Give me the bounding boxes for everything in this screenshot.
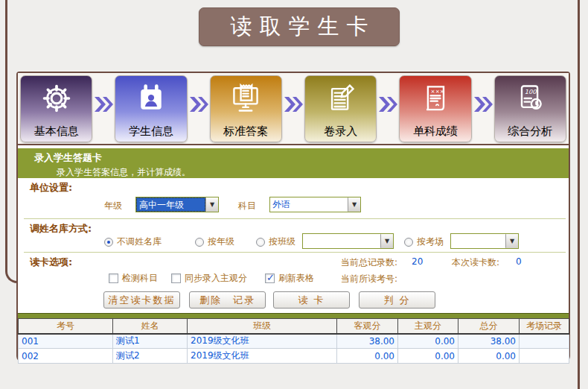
- grade-label: 年级: [104, 200, 122, 212]
- radio-icon[interactable]: [256, 238, 265, 247]
- left-frame-line: [5, 0, 17, 283]
- step-student-info[interactable]: 学生信息: [115, 75, 187, 142]
- table-row[interactable]: 001 测试1 2019级文化班 38.00 0.00 38.00: [19, 334, 569, 349]
- col-total-score[interactable]: 总分: [458, 319, 520, 334]
- col-objective-score[interactable]: 客观分: [337, 319, 398, 334]
- cell-class[interactable]: 2019级文化班: [188, 334, 337, 349]
- clear-data-button[interactable]: 清空读卡数据: [103, 291, 180, 309]
- radio-by-class[interactable]: 按班级: [256, 235, 295, 248]
- step-comprehensive-analysis[interactable]: 100 综合分析: [494, 75, 566, 142]
- cell-room-record[interactable]: [520, 349, 569, 364]
- checkbox-label: 同步录入主观分: [185, 272, 247, 285]
- right-frame-line: [578, 0, 580, 389]
- col-name[interactable]: 姓名: [113, 319, 188, 334]
- gear-icon: [40, 82, 73, 117]
- cell-objective[interactable]: 0.00: [337, 349, 398, 364]
- section-title: 录入学生答题卡: [18, 148, 569, 165]
- radio-label: 不调姓名库: [117, 235, 162, 248]
- checkbox-icon[interactable]: [265, 273, 275, 283]
- subject-select-value: 外语: [270, 197, 348, 212]
- cell-room-record[interactable]: [520, 334, 569, 349]
- page-title: 读取学生卡: [199, 7, 400, 46]
- chevron-right-icon: [92, 93, 115, 118]
- total-records-value: 20: [412, 256, 423, 267]
- step-subject-scores[interactable]: ××× 单科成绩: [399, 75, 471, 142]
- radio-no-namelib[interactable]: 不调姓名库: [104, 235, 162, 248]
- checkbox-icon[interactable]: [109, 273, 118, 283]
- grade-select[interactable]: 高中一年级 ▼: [135, 197, 219, 212]
- step-label: 综合分析: [508, 123, 552, 139]
- radio-by-grade[interactable]: 按年级: [195, 235, 234, 248]
- results-table: 考号 姓名 班级 客观分 主观分 总分 考场记录 001 测试1 2019级文化…: [18, 318, 569, 364]
- checkbox-label: 刷新表格: [278, 272, 314, 285]
- step-toolbar: 基本信息 学生信息: [18, 73, 569, 145]
- cell-exam-no[interactable]: 001: [19, 334, 113, 349]
- col-room-record[interactable]: 考场记录: [520, 319, 569, 334]
- divider: [24, 218, 566, 219]
- step-label: 单科成绩: [413, 123, 458, 139]
- checkbox-icon[interactable]: [171, 273, 181, 283]
- step-label: 卷录入: [324, 123, 357, 139]
- cell-exam-no[interactable]: 002: [19, 349, 113, 364]
- cell-subjective[interactable]: 0.00: [398, 349, 458, 364]
- delete-record-button[interactable]: 删除 记录: [189, 291, 266, 309]
- page-title-text: 读取学生卡: [223, 12, 376, 42]
- read-card-button[interactable]: 读 卡: [273, 291, 350, 309]
- cell-name[interactable]: 测试1: [113, 334, 188, 349]
- current-exam-no-label: 当前所读考号:: [341, 273, 397, 285]
- cell-objective[interactable]: 38.00: [337, 334, 398, 349]
- svg-text:×××: ×××: [431, 87, 444, 94]
- read-options-title: 读卡选项:: [30, 256, 72, 269]
- report-clock-icon: 100: [514, 82, 546, 117]
- table-top-bar: [18, 313, 569, 318]
- radio-label: 按年级: [208, 235, 234, 248]
- svg-text:100: 100: [525, 87, 537, 95]
- divider: [24, 252, 566, 253]
- cell-name[interactable]: 测试2: [113, 349, 188, 364]
- main-panel: 基本信息 学生信息: [16, 72, 570, 363]
- checkbox-sync-subjective[interactable]: 同步录入主观分: [171, 272, 247, 285]
- session-count-value: 0: [516, 256, 522, 267]
- checkbox-detect-subject[interactable]: 检测科目: [109, 272, 158, 285]
- id-card-icon: [135, 82, 167, 117]
- col-exam-no[interactable]: 考号: [19, 319, 113, 334]
- radio-label: 按班级: [269, 235, 295, 248]
- grade-button[interactable]: 判 分: [359, 291, 435, 309]
- subject-label: 科目: [238, 200, 256, 212]
- grade-select-value: 高中一年级: [136, 197, 205, 212]
- table-row[interactable]: 002 测试2 2019级文化班 0.00 0.00 0.00: [19, 349, 569, 364]
- col-class[interactable]: 班级: [188, 319, 337, 334]
- subject-select[interactable]: 外语 ▼: [269, 197, 361, 212]
- step-paper-entry[interactable]: 卷录入: [304, 75, 377, 142]
- radio-by-room[interactable]: 按考场: [404, 235, 444, 248]
- radio-icon[interactable]: [404, 238, 413, 247]
- chevron-down-icon[interactable]: ▼: [348, 197, 360, 212]
- cell-total[interactable]: 38.00: [458, 334, 520, 349]
- chevron-down-icon[interactable]: ▼: [505, 234, 518, 248]
- chevron-down-icon[interactable]: ▼: [205, 197, 218, 212]
- chevron-down-icon[interactable]: ▼: [380, 234, 393, 248]
- step-basic-info[interactable]: 基本信息: [20, 75, 92, 142]
- cell-subjective[interactable]: 0.00: [398, 334, 458, 349]
- room-select[interactable]: ▼: [450, 233, 519, 249]
- checkbox-refresh-table[interactable]: 刷新表格: [265, 272, 314, 285]
- section-header: 录入学生答题卡 录入学生答案信息，并计算成绩。: [18, 148, 569, 178]
- step-label: 学生信息: [129, 123, 173, 139]
- class-select[interactable]: ▼: [302, 233, 394, 249]
- table-header-row: 考号 姓名 班级 客观分 主观分 总分 考场记录: [19, 319, 569, 334]
- cell-class[interactable]: 2019级文化班: [188, 349, 337, 364]
- radio-label: 按考场: [417, 235, 444, 248]
- checkbox-label: 检测科目: [122, 272, 158, 285]
- score-sheet-icon: ×××: [419, 82, 452, 117]
- total-records-label: 当前总记录数:: [341, 256, 397, 269]
- doc-pencil-icon: [325, 82, 357, 117]
- session-count-label: 本次读卡数:: [452, 256, 499, 269]
- radio-icon[interactable]: [195, 238, 204, 247]
- cell-total[interactable]: 0.00: [458, 349, 520, 364]
- step-label: 基本信息: [34, 123, 79, 139]
- radio-icon[interactable]: [104, 238, 113, 247]
- step-standard-answers[interactable]: 标准答案: [210, 75, 282, 142]
- room-select-value: [451, 234, 505, 248]
- chevron-right-icon: [472, 93, 494, 118]
- col-subjective-score[interactable]: 主观分: [398, 319, 458, 334]
